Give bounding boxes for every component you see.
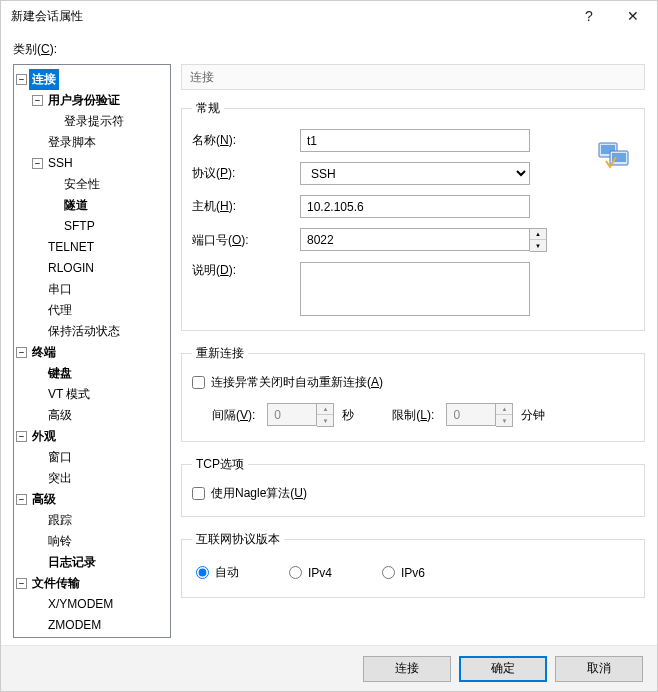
- ipver-group: 互联网协议版本 自动 IPv4 IPv6: [181, 531, 645, 598]
- collapse-icon[interactable]: −: [16, 494, 27, 505]
- ipver-auto-radio[interactable]: 自动: [196, 564, 239, 581]
- tree-connection[interactable]: 连接: [29, 69, 59, 90]
- spin-down-icon[interactable]: ▼: [530, 240, 546, 251]
- protocol-label: 协议(P):: [192, 165, 300, 182]
- cancel-button[interactable]: 取消: [555, 656, 643, 682]
- tree-adv-term[interactable]: 高级: [45, 405, 75, 426]
- tree-highlight[interactable]: 突出: [45, 468, 75, 489]
- panel-title: 连接: [181, 64, 645, 90]
- reconnect-checkbox[interactable]: [192, 376, 205, 389]
- category-label: 类别(C):: [13, 41, 645, 58]
- tree-security[interactable]: 安全性: [61, 174, 103, 195]
- ok-button[interactable]: 确定: [459, 656, 547, 682]
- spin-up-icon[interactable]: ▲: [530, 229, 546, 240]
- general-legend: 常规: [192, 100, 224, 117]
- ipver-v6-radio[interactable]: IPv6: [382, 566, 425, 580]
- collapse-icon[interactable]: −: [32, 95, 43, 106]
- tree-login-prompt[interactable]: 登录提示符: [61, 111, 127, 132]
- tree-zmodem[interactable]: ZMODEM: [45, 615, 104, 636]
- tree-ssh[interactable]: SSH: [45, 153, 76, 174]
- desc-label: 说明(D):: [192, 262, 300, 279]
- name-label: 名称(N):: [192, 132, 300, 149]
- titlebar: 新建会话属性 ? ✕: [1, 1, 657, 31]
- close-button[interactable]: ✕: [611, 2, 655, 30]
- tree-telnet[interactable]: TELNET: [45, 237, 97, 258]
- port-stepper[interactable]: ▲▼: [300, 228, 547, 252]
- tree-serial[interactable]: 串口: [45, 279, 75, 300]
- tree-terminal[interactable]: 终端: [29, 342, 59, 363]
- tree-look[interactable]: 外观: [29, 426, 59, 447]
- ipver-legend: 互联网协议版本: [192, 531, 284, 548]
- tcp-group: TCP选项 使用Nagle算法(U): [181, 456, 645, 517]
- tree-trace[interactable]: 跟踪: [45, 510, 75, 531]
- general-group: 常规 名称(N): 协议(P): SSH 主机(H):: [181, 100, 645, 331]
- collapse-icon[interactable]: −: [16, 74, 27, 85]
- collapse-icon[interactable]: −: [16, 578, 27, 589]
- port-input[interactable]: [300, 228, 530, 251]
- tree-proxy[interactable]: 代理: [45, 300, 75, 321]
- nagle-label: 使用Nagle算法(U): [211, 485, 307, 502]
- reconnect-group: 重新连接 连接异常关闭时自动重新连接(A) 间隔(V): ▲▼ 秒 限制(L):: [181, 345, 645, 442]
- spin-down-icon: ▼: [496, 415, 512, 426]
- tree-window[interactable]: 窗口: [45, 447, 75, 468]
- tree-login-script[interactable]: 登录脚本: [45, 132, 99, 153]
- reconnect-checkbox-label: 连接异常关闭时自动重新连接(A): [211, 374, 383, 391]
- interval-stepper: ▲▼: [267, 403, 334, 427]
- interval-label: 间隔(V):: [212, 407, 255, 424]
- tree-keepalive[interactable]: 保持活动状态: [45, 321, 123, 342]
- dialog-footer: 连接 确定 取消: [1, 645, 657, 691]
- interval-input: [267, 403, 317, 426]
- spin-down-icon: ▼: [317, 415, 333, 426]
- window-title: 新建会话属性: [11, 8, 567, 25]
- tree-vtmode[interactable]: VT 模式: [45, 384, 93, 405]
- spin-up-icon: ▲: [496, 404, 512, 415]
- help-button[interactable]: ?: [567, 2, 611, 30]
- tree-keyboard[interactable]: 键盘: [45, 363, 75, 384]
- interval-unit: 秒: [342, 407, 354, 424]
- host-label: 主机(H):: [192, 198, 300, 215]
- nagle-checkbox[interactable]: [192, 487, 205, 500]
- tree-filetrans[interactable]: 文件传输: [29, 573, 83, 594]
- name-input[interactable]: [300, 129, 530, 152]
- spin-up-icon: ▲: [317, 404, 333, 415]
- tree-logging[interactable]: 日志记录: [45, 552, 99, 573]
- tree-sftp[interactable]: SFTP: [61, 216, 98, 237]
- limit-stepper: ▲▼: [446, 403, 513, 427]
- connect-button[interactable]: 连接: [363, 656, 451, 682]
- host-input[interactable]: [300, 195, 530, 218]
- protocol-select[interactable]: SSH: [300, 162, 530, 185]
- collapse-icon[interactable]: −: [32, 158, 43, 169]
- category-tree[interactable]: −连接 −用户身份验证 登录提示符 登录脚本 −SSH 安全性: [13, 64, 171, 638]
- reconnect-legend: 重新连接: [192, 345, 248, 362]
- tree-xymodem[interactable]: X/YMODEM: [45, 594, 116, 615]
- desc-input[interactable]: [300, 262, 530, 316]
- tree-tunnel[interactable]: 隧道: [61, 195, 91, 216]
- collapse-icon[interactable]: −: [16, 431, 27, 442]
- collapse-icon[interactable]: −: [16, 347, 27, 358]
- limit-label: 限制(L):: [392, 407, 434, 424]
- limit-input: [446, 403, 496, 426]
- computers-icon: [596, 139, 632, 171]
- tcp-legend: TCP选项: [192, 456, 248, 473]
- limit-unit: 分钟: [521, 407, 545, 424]
- tree-rlogin[interactable]: RLOGIN: [45, 258, 97, 279]
- tree-advanced[interactable]: 高级: [29, 489, 59, 510]
- port-label: 端口号(O):: [192, 232, 300, 249]
- tree-auth[interactable]: 用户身份验证: [45, 90, 123, 111]
- ipver-v4-radio[interactable]: IPv4: [289, 566, 332, 580]
- tree-bell[interactable]: 响铃: [45, 531, 75, 552]
